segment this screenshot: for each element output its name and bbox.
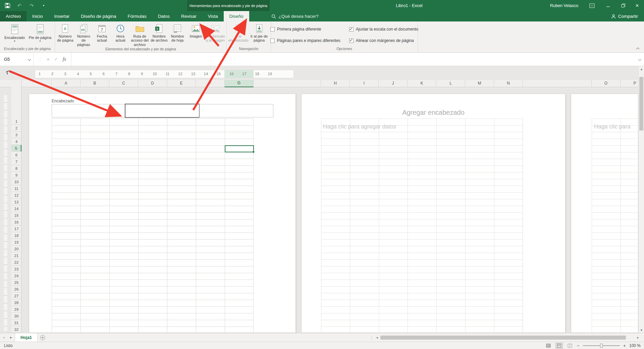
row-header-28[interactable]: 28 (11, 299, 21, 306)
page-2[interactable]: Agregar encabezado Haga clic para agrega… (301, 94, 566, 333)
page-number-button[interactable]: # Número de página (56, 22, 74, 47)
row-header-29[interactable]: 29 (11, 306, 21, 313)
option-scale-with-document[interactable]: Ajustar la escala con el documento (349, 24, 418, 34)
page-3[interactable]: Haga clic para (571, 94, 638, 333)
click-to-add-data-placeholder-2[interactable]: Haga clic para (594, 123, 631, 130)
restore-button[interactable] (616, 0, 631, 11)
horizontal-scrollbar[interactable]: ◂ ▸ (374, 334, 641, 341)
row-header-9[interactable]: 9 (11, 172, 21, 179)
formula-bar-splitter[interactable]: ⋮ (38, 57, 42, 61)
row-header-4[interactable]: 4 (11, 138, 21, 145)
zoom-slider[interactable] (583, 343, 620, 348)
horizontal-scrollbar-thumb[interactable] (380, 336, 626, 340)
file-name-button[interactable]: X Nombre de archivo (150, 22, 168, 47)
column-header-I[interactable]: I (350, 80, 379, 87)
column-header-G[interactable]: G (224, 80, 254, 87)
row-header-6[interactable]: 6 (11, 152, 21, 158)
row-header-15[interactable]: 15 (11, 212, 21, 219)
row-header-23[interactable]: 23 (11, 266, 21, 272)
tab-diseño-de-página[interactable]: Diseño de página (75, 11, 122, 21)
row-header-5[interactable]: 5 (11, 145, 21, 152)
add-header-placeholder[interactable]: Agregar encabezado (302, 109, 565, 116)
column-header-K[interactable]: K (407, 80, 436, 87)
current-time-button[interactable]: Hora actual (111, 22, 129, 47)
row-header-16[interactable]: 16 (11, 219, 21, 226)
row-header-32[interactable]: 32 (11, 326, 21, 333)
column-header-F[interactable]: F (196, 80, 225, 87)
row-header-12[interactable]: 12 (11, 192, 21, 199)
row-header-10[interactable]: 10 (11, 179, 21, 185)
page-layout-view-icon[interactable] (555, 343, 563, 349)
vertical-scrollbar[interactable]: ▲ ▼ (638, 66, 644, 333)
margin-marker-icon[interactable] (6, 70, 10, 74)
file-path-button[interactable]: Ruta de acceso del archivo (129, 22, 150, 47)
row-header-13[interactable]: 13 (11, 199, 21, 205)
name-box[interactable]: G5 (0, 53, 34, 66)
header-section-right[interactable] (199, 104, 273, 117)
row-header-2[interactable]: 2 (11, 125, 21, 132)
redo-icon[interactable]: ↷ (28, 2, 35, 9)
vertical-scrollbar-thumb[interactable] (639, 77, 643, 131)
cancel-entry-icon[interactable]: × (47, 56, 50, 62)
row-header-24[interactable]: 24 (11, 272, 21, 279)
option-first-page-different[interactable]: Primera página diferente (270, 24, 340, 34)
sheet-nav-left-icon[interactable]: ◂ (0, 333, 7, 342)
confirm-entry-icon[interactable]: ✓ (54, 57, 58, 62)
row-header-3[interactable]: 3 (11, 132, 21, 138)
active-cell-g5[interactable] (225, 145, 254, 152)
insert-function-icon[interactable]: fx (63, 56, 66, 62)
share-button[interactable]: Compartir (611, 11, 638, 21)
column-header-O[interactable]: O (591, 80, 621, 87)
header-section-left[interactable] (52, 104, 125, 117)
go-to-header-button[interactable]: Ir al encabezado (228, 22, 249, 46)
row-header-21[interactable]: 21 (11, 252, 21, 259)
cell-grid-page-3[interactable] (592, 118, 638, 333)
row-header-1[interactable]: 1 (11, 118, 21, 125)
user-name[interactable]: Ruben Velasco (550, 0, 578, 11)
cell-grid-page-1[interactable] (52, 118, 254, 333)
page-break-view-icon[interactable] (566, 343, 574, 349)
cell-grid-page-2[interactable] (321, 118, 523, 333)
tab-insertar[interactable]: Insertar (49, 11, 75, 21)
zoom-out-icon[interactable]: − (577, 343, 580, 348)
footer-button[interactable]: Pie de página ▾ (28, 22, 53, 46)
fill-handle[interactable] (252, 151, 255, 153)
header-button[interactable]: Encabezado ▾ (2, 22, 28, 46)
close-button[interactable]: × (630, 0, 644, 11)
option-odd-even-different[interactable]: Páginas pares e impares diferentes (270, 36, 340, 46)
scroll-down-icon[interactable]: ▼ (639, 327, 644, 333)
scroll-left-icon[interactable]: ◂ (374, 336, 380, 339)
number-of-pages-button[interactable]: ## Número de páginas (74, 22, 93, 47)
format-picture-button[interactable]: Dar formato a la imagen (205, 22, 225, 47)
row-header-26[interactable]: 26 (11, 286, 21, 293)
zoom-level[interactable]: 100 % (629, 343, 641, 348)
tab-archivo[interactable]: Archivo (0, 11, 26, 21)
row-header-18[interactable]: 18 (11, 232, 21, 239)
tab-revisar[interactable]: Revisar (175, 11, 202, 21)
sheet-tab-hoja1[interactable]: Hoja1 (15, 333, 38, 342)
row-header-14[interactable]: 14 (11, 205, 21, 212)
option-align-with-margins[interactable]: Alinear con márgenes de página (349, 36, 418, 46)
tell-me-search[interactable]: ¿Qué desea hacer? (271, 11, 319, 21)
tab-splitter[interactable]: ⋮ (369, 333, 374, 342)
picture-button[interactable]: Imagen (187, 22, 205, 47)
formula-input[interactable] (71, 53, 636, 66)
row-header-22[interactable]: 22 (11, 259, 21, 266)
row-header-8[interactable]: 8 (11, 165, 21, 172)
normal-view-icon[interactable] (545, 343, 552, 349)
column-header-C[interactable]: C (109, 80, 138, 87)
formula-bar-expand-icon[interactable] (635, 53, 644, 66)
tab-diseno-active[interactable]: Diseño (224, 11, 249, 21)
name-box-dropdown-icon[interactable] (28, 58, 31, 61)
column-header-N[interactable]: N (494, 80, 523, 87)
column-header-J[interactable]: J (378, 80, 408, 87)
tab-inicio[interactable]: Inicio (26, 11, 49, 21)
column-header-B[interactable]: B (80, 80, 109, 87)
tab-datos[interactable]: Datos (152, 11, 175, 21)
scroll-right-icon[interactable]: ▸ (635, 336, 641, 339)
minimize-button[interactable] (600, 0, 615, 11)
save-icon[interactable] (4, 2, 11, 9)
tab-vista[interactable]: Vista (202, 11, 224, 21)
collapse-ribbon-icon[interactable] (636, 47, 639, 50)
new-sheet-button[interactable] (38, 333, 48, 342)
